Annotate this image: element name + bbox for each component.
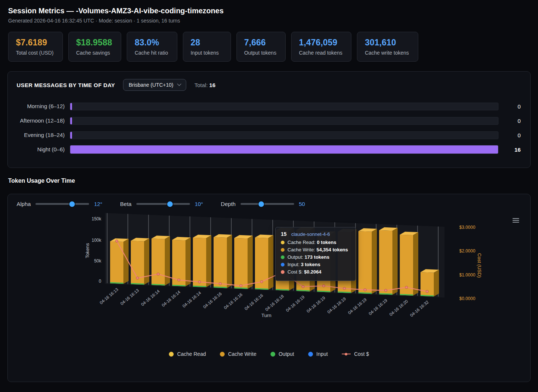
series-dot-icon: [281, 241, 285, 244]
alpha-slider: Alpha 12°: [17, 201, 102, 207]
svg-text:04-16 16:13: 04-16 16:13: [99, 287, 119, 305]
time-of-day-row-night: Night (0–6) 16: [17, 144, 521, 155]
timezone-select[interactable]: Brisbane (UTC+10): [123, 79, 186, 91]
series-dot-icon: [281, 248, 285, 252]
legend-dot-icon: [169, 352, 174, 357]
total-label: Total:: [194, 82, 208, 88]
legend-item-cost-[interactable]: Cost $: [342, 351, 369, 357]
bar-column[interactable]: [400, 232, 418, 296]
legend-label: Cache Read: [177, 351, 206, 357]
depth-slider-track[interactable]: [241, 203, 294, 205]
metric-label: Cache write tokens: [365, 50, 409, 56]
svg-text:04-16 16:16: 04-16 16:16: [202, 291, 223, 309]
page-header: Session Metrics — -Volumes-AMZ3-AI-vibe-…: [0, 0, 538, 24]
metric-label: Output tokens: [244, 50, 276, 56]
metric-label: Cache savings: [76, 50, 112, 56]
bar-column[interactable]: [255, 234, 273, 289]
bar-column[interactable]: [151, 235, 170, 285]
time-of-day-title: USER MESSAGES BY TIME OF DAY: [17, 82, 115, 88]
beta-slider-thumb[interactable]: [167, 201, 173, 207]
bar-column[interactable]: [214, 234, 232, 288]
bar-fill: [70, 117, 72, 124]
alpha-slider-thumb[interactable]: [69, 201, 75, 207]
bar-track[interactable]: [70, 145, 498, 154]
legend-item-input[interactable]: Input: [308, 351, 328, 357]
bar-track[interactable]: [70, 117, 498, 125]
metric-card-cache-savings: $18.9588 Cache savings: [68, 32, 122, 62]
row-count: 0: [498, 118, 521, 124]
metric-value: $18.9588: [76, 38, 112, 48]
svg-text:0: 0: [99, 279, 101, 284]
depth-slider-thumb[interactable]: [259, 201, 264, 207]
tooltip-row-text: Cache Write: 54,354 tokens: [287, 247, 348, 252]
metric-label: Input tokens: [191, 50, 222, 56]
tooltip-row-text: Output: 173 tokens: [287, 254, 329, 260]
row-label: Morning (6–12): [17, 103, 65, 110]
token-usage-title: Token Usage Over Time: [8, 178, 530, 184]
svg-text:04-16 16:19: 04-16 16:19: [306, 296, 326, 314]
beta-slider-track[interactable]: [136, 203, 190, 205]
svg-text:04-16 16:14: 04-16 16:14: [140, 289, 161, 307]
token-usage-3d-chart[interactable]: 04-16 16:1304-16 16:1304-16 16:1404-16 1…: [11, 210, 527, 336]
row-label: Afternoon (12–18): [17, 117, 65, 124]
legend-dot-icon: [220, 352, 225, 357]
svg-text:150k: 150k: [92, 216, 102, 221]
chart-controls: Alpha 12° Beta 10° Depth 50: [8, 194, 530, 207]
bar-column[interactable]: [193, 235, 211, 287]
x-axis-title: Turn: [261, 313, 271, 318]
legend-label: Input: [316, 351, 328, 357]
metric-label: Total cost (USD): [16, 50, 54, 56]
time-of-day-row-afternoon: Afternoon (12–18) 0: [17, 116, 521, 126]
bar-fill: [70, 145, 498, 154]
legend-item-cache-write[interactable]: Cache Write: [220, 351, 256, 357]
tooltip-row-text: Input: 3 tokens: [287, 262, 320, 267]
row-count: 0: [498, 103, 521, 110]
metric-card-total-cost: $7.6189 Total cost (USD): [8, 32, 63, 62]
bar-track[interactable]: [70, 103, 498, 110]
depth-slider: Depth 50: [221, 201, 305, 207]
series-dot-icon: [281, 270, 285, 274]
svg-text:04-16 16:19: 04-16 16:19: [327, 296, 347, 314]
svg-text:04-16 16:18: 04-16 16:18: [265, 294, 285, 312]
bar-column[interactable]: [358, 228, 377, 294]
cost-line-icon: [342, 354, 351, 354]
metric-card-cache-hit-ratio: 83.0% Cache hit ratio: [127, 32, 177, 62]
row-label: Night (0–6): [17, 146, 65, 153]
page-subtitle: Generated 2026-04-16 16:32:45 UTC · Mode…: [8, 18, 530, 24]
tooltip-row-text: Cache Read: 0 tokens: [287, 240, 336, 245]
time-of-day-rows: Morning (6–12) 0 Afternoon (12–18) 0 Eve…: [17, 101, 521, 155]
row-count: 0: [498, 132, 521, 138]
time-of-day-row-evening: Evening (18–24) 0: [17, 130, 521, 140]
legend-item-output[interactable]: Output: [270, 351, 294, 357]
tooltip-row: Input: 3 tokens: [281, 262, 350, 267]
series-dot-icon: [281, 263, 285, 267]
bar-track[interactable]: [70, 131, 498, 139]
legend-item-cache-read[interactable]: Cache Read: [169, 351, 206, 357]
slider-label: Depth: [221, 201, 236, 207]
svg-text:04-16 16:19: 04-16 16:19: [368, 298, 388, 316]
bar-column[interactable]: [420, 269, 439, 296]
chart-legend: Cache ReadCache WriteOutputInputCost $: [8, 351, 530, 357]
legend-dot-icon: [270, 352, 275, 357]
bar-column[interactable]: [234, 235, 253, 289]
series-dot-icon: [281, 255, 285, 259]
time-of-day-panel: USER MESSAGES BY TIME OF DAY Brisbane (U…: [7, 71, 531, 168]
bar-fill: [70, 132, 72, 139]
alpha-slider-track[interactable]: [35, 203, 89, 205]
row-count: 16: [498, 147, 521, 153]
slider-value: 12°: [94, 201, 102, 207]
metric-value: 1,476,059: [299, 38, 343, 48]
y2-axis-title: Cost (USD): [477, 253, 482, 278]
token-usage-panel: Alpha 12° Beta 10° Depth 50 04-16 16:130…: [7, 194, 531, 382]
tooltip-model-name: claude-sonnet-4-6: [291, 231, 330, 237]
slider-value: 50: [299, 201, 305, 207]
svg-text:$0.0000: $0.0000: [459, 296, 476, 301]
beta-slider: Beta 10°: [120, 201, 203, 207]
metric-card-cache-read-tokens: 1,476,059 Cache read tokens: [291, 32, 352, 62]
svg-text:04-16 16:16: 04-16 16:16: [223, 292, 244, 310]
legend-label: Cost $: [354, 351, 369, 357]
tooltip-rows: Cache Read: 0 tokensCache Write: 54,354 …: [281, 240, 350, 275]
bar-column[interactable]: [379, 227, 398, 295]
svg-text:04-16 16:20: 04-16 16:20: [389, 299, 409, 317]
chart-tooltip: 15 claude-sonnet-4-6 Cache Read: 0 token…: [275, 227, 356, 281]
